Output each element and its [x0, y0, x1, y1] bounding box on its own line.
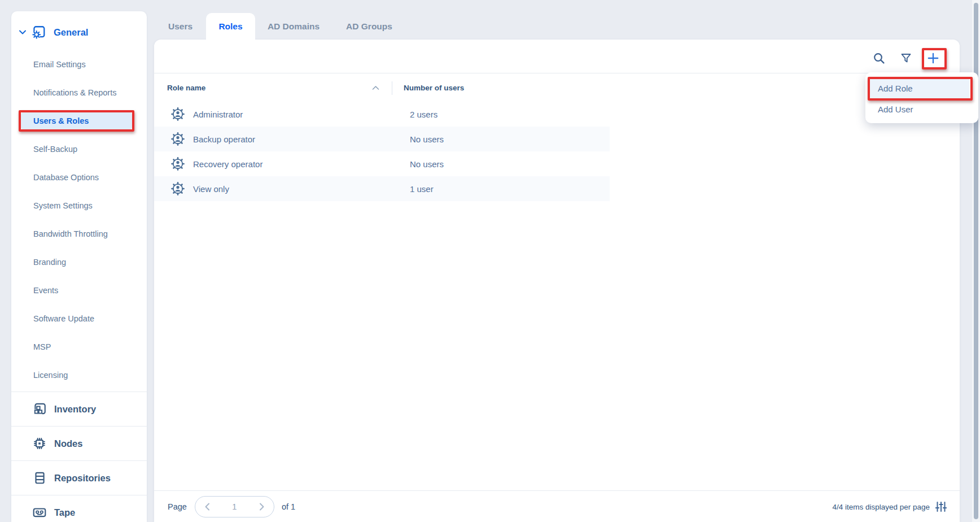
sidebar-section-repositories[interactable]: Repositories — [11, 460, 147, 495]
app-root: General Email Settings Notifications & R… — [0, 0, 980, 522]
sort-asc-icon[interactable] — [372, 85, 379, 90]
menu-item-add-role[interactable]: Add Role — [869, 78, 969, 99]
sidebar-item-label: System Settings — [33, 201, 93, 210]
sidebar-item-self-backup[interactable]: Self-Backup — [11, 135, 147, 163]
sidebar-item-label: Database Options — [33, 173, 99, 182]
column-header-role-name[interactable]: Role name — [167, 73, 205, 102]
inventory-icon — [32, 402, 47, 416]
sidebar-group-general-label: General — [54, 27, 88, 38]
sidebar-sections: Inventory Nodes — [11, 392, 147, 522]
table-header: Role name Number of users — [154, 73, 960, 102]
sidebar-item-label: Branding — [33, 258, 66, 267]
role-gear-user-icon — [170, 132, 185, 146]
menu-item-label: Add User — [878, 105, 913, 114]
role-users-cell: 1 user — [410, 176, 434, 201]
sidebar-item-label: Licensing — [33, 371, 68, 380]
sidebar-item-msp[interactable]: MSP — [11, 333, 147, 361]
menu-item-add-user[interactable]: Add User — [865, 99, 978, 120]
role-gear-user-icon — [170, 107, 185, 121]
tape-icon — [32, 505, 47, 520]
sidebar-item-bandwidth-throttling[interactable]: Bandwidth Throttling — [11, 220, 147, 248]
sidebar-section-label: Nodes — [54, 438, 82, 449]
table-row-administrator[interactable]: Administrator 2 users — [154, 102, 610, 127]
sidebar-section-inventory[interactable]: Inventory — [11, 392, 147, 426]
chevron-down-icon — [18, 28, 27, 37]
items-per-page-label: 4/4 items displayed per page — [832, 503, 930, 511]
sidebar-group-general[interactable]: General — [18, 20, 142, 44]
tab-ad-domains[interactable]: AD Domains — [259, 13, 329, 40]
role-gear-user-icon — [170, 181, 185, 196]
page-control: 1 — [195, 496, 274, 517]
repositories-icon — [32, 471, 47, 485]
sidebar-item-users-roles[interactable]: Users & Roles — [11, 107, 147, 135]
sidebar-item-label: Self-Backup — [33, 145, 77, 154]
role-name-cell: View only — [193, 176, 229, 201]
roles-table: Administrator 2 users — [154, 102, 610, 201]
table-row-backup-operator[interactable]: Backup operator No users — [154, 127, 610, 151]
sidebar-section-label: Repositories — [54, 473, 111, 484]
tab-label: Users — [168, 21, 193, 32]
role-users-cell: No users — [410, 151, 444, 176]
search-icon[interactable] — [872, 51, 886, 65]
tab-ad-groups[interactable]: AD Groups — [338, 13, 401, 40]
role-name-cell: Recovery operator — [193, 151, 262, 176]
sidebar-item-software-update[interactable]: Software Update — [11, 304, 147, 333]
tab-label: AD Domains — [268, 21, 320, 32]
table-row-view-only[interactable]: View only 1 user — [154, 176, 610, 201]
sidebar-general-items: Email Settings Notifications & Reports U… — [11, 50, 147, 389]
role-name-cell: Backup operator — [193, 127, 255, 151]
sidebar-section-tape[interactable]: Tape — [11, 495, 147, 522]
general-window-gear-icon — [31, 25, 46, 40]
page-next-icon[interactable] — [255, 500, 268, 514]
page-total-label: of 1 — [282, 502, 295, 511]
add-icon[interactable] — [926, 51, 940, 65]
column-header-number-of-users[interactable]: Number of users — [404, 73, 464, 102]
sidebar-section-nodes[interactable]: Nodes — [11, 426, 147, 460]
filter-icon[interactable] — [899, 51, 913, 65]
tab-label: Roles — [218, 21, 242, 32]
sidebar-section-label: Tape — [54, 507, 75, 518]
pagination: Page 1 of 1 — [168, 491, 295, 522]
role-name-cell: Administrator — [193, 102, 243, 127]
tab-label: AD Groups — [346, 21, 392, 32]
sidebar-item-licensing[interactable]: Licensing — [11, 361, 147, 389]
role-gear-user-icon — [170, 156, 185, 171]
sidebar-item-label: Events — [33, 286, 58, 295]
page-label: Page — [168, 502, 187, 511]
sidebar-item-system-settings[interactable]: System Settings — [11, 192, 147, 220]
toolbar — [872, 51, 940, 65]
menu-item-label: Add Role — [878, 84, 913, 93]
role-users-cell: No users — [410, 127, 444, 151]
current-page-number[interactable]: 1 — [215, 502, 255, 511]
main-panel: Role name Number of users — [154, 40, 960, 522]
sidebar-item-database-options[interactable]: Database Options — [11, 163, 147, 192]
sidebar-item-label: Users & Roles — [33, 116, 89, 125]
nodes-icon — [32, 436, 47, 451]
role-users-cell: 2 users — [410, 102, 438, 127]
sidebar-item-branding[interactable]: Branding — [11, 248, 147, 276]
sidebar: General Email Settings Notifications & R… — [11, 11, 147, 522]
sidebar-item-label: Notifications & Reports — [33, 88, 116, 97]
page-prev-icon[interactable] — [201, 500, 215, 514]
items-per-page-sliders-icon[interactable] — [935, 501, 947, 513]
column-header-label: Number of users — [404, 84, 464, 92]
sidebar-item-label: Bandwidth Throttling — [33, 229, 108, 238]
items-per-page: 4/4 items displayed per page — [832, 491, 947, 522]
column-header-label: Role name — [167, 84, 205, 92]
sidebar-item-label: Email Settings — [33, 60, 86, 69]
add-dropdown-menu: Add Role Add User — [865, 72, 978, 123]
sidebar-item-label: MSP — [33, 342, 51, 351]
sidebar-section-label: Inventory — [54, 404, 96, 415]
table-row-recovery-operator[interactable]: Recovery operator No users — [154, 151, 610, 176]
sidebar-item-email-settings[interactable]: Email Settings — [11, 50, 147, 79]
pagination-bar: Page 1 of 1 4/4 items displayed per page — [154, 490, 960, 522]
sidebar-item-events[interactable]: Events — [11, 276, 147, 304]
sidebar-item-notifications-reports[interactable]: Notifications & Reports — [11, 79, 147, 107]
tab-roles[interactable]: Roles — [206, 13, 255, 40]
column-divider — [392, 81, 392, 95]
tab-users[interactable]: Users — [160, 13, 201, 40]
sidebar-item-label: Software Update — [33, 314, 94, 323]
